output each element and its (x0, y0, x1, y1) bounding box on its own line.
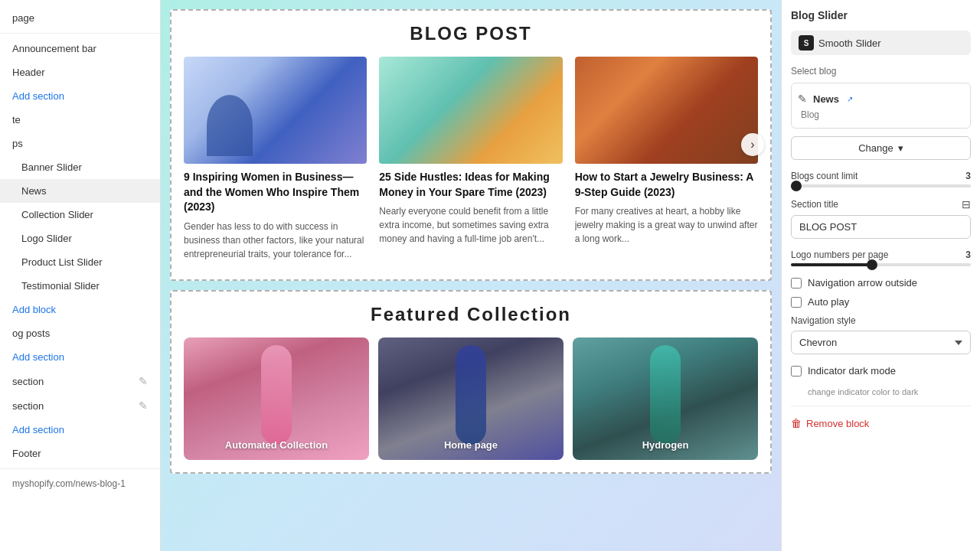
blog-name: News (813, 93, 839, 105)
snowboard-3 (650, 345, 681, 445)
sidebar-item-ps[interactable]: ps (0, 132, 160, 155)
sidebar-add-section-1[interactable]: Add section (0, 84, 160, 108)
blog-sub-label: Blog (798, 108, 964, 122)
section-title-row: Section title ⊟ (791, 198, 971, 210)
featured-collection-section: Featured Collection Automated Collection… (170, 290, 772, 474)
blogs-count-slider[interactable] (791, 184, 971, 187)
smooth-slider-label: Smooth Slider (818, 37, 881, 49)
collection-label-1: Automated Collection (225, 439, 328, 451)
logo-per-page-fill (791, 263, 872, 266)
edit-icon-1[interactable]: ✎ (139, 375, 148, 387)
left-sidebar: page Announcement bar Header Add section… (0, 0, 161, 551)
select-blog-label: Select blog (791, 66, 971, 77)
auto-play-row: Auto play (791, 296, 971, 308)
blog-card-content-2: 25 Side Hustles: Ideas for Making Money … (379, 164, 562, 252)
sidebar-item-testimonial-slider[interactable]: Testimonial Slider (0, 274, 160, 298)
blog-card-title-1: 9 Inspiring Women in Business—and the Wo… (184, 170, 367, 215)
blog-card-3[interactable]: How to Start a Jewelry Business: A 9-Ste… (575, 57, 758, 267)
collection-card-1[interactable]: Automated Collection (184, 337, 369, 460)
blog-card-title-3: How to Start a Jewelry Business: A 9-Ste… (575, 170, 758, 200)
indicator-sub-text: change indicator color to dark (791, 387, 971, 396)
collection-card-3[interactable]: Hydrogen (573, 337, 758, 460)
sidebar-item-banner-slider[interactable]: Banner Slider (0, 155, 160, 179)
panel-title: Blog Slider (791, 9, 971, 21)
collection-grid: Automated Collection Home page Hydrogen (184, 337, 758, 460)
indicator-row: Indicator dark mode change indicator col… (791, 365, 971, 396)
blog-card-image-1 (184, 57, 367, 164)
sidebar-item-logo-slider[interactable]: Logo Slider (0, 227, 160, 250)
snowboard-2 (456, 345, 486, 445)
sidebar-add-section-2[interactable]: Add section (0, 345, 160, 369)
sidebar-item-news[interactable]: News (0, 179, 160, 203)
blog-card-excerpt-3: For many creatives at heart, a hobby lik… (575, 204, 758, 246)
sidebar-item-footer[interactable]: Footer (0, 442, 160, 465)
blog-grid: 9 Inspiring Women in Business—and the Wo… (184, 57, 758, 267)
nav-arrow-checkbox[interactable] (791, 278, 802, 289)
blog-card-2[interactable]: 25 Side Hustles: Ideas for Making Money … (379, 57, 562, 267)
blog-card-1[interactable]: 9 Inspiring Women in Business—and the Wo… (184, 57, 367, 267)
blog-section-title: BLOG POST (184, 23, 758, 44)
blog-select-box: ✎ News ↗ Blog (791, 83, 971, 129)
blog-card-content-3: How to Start a Jewelry Business: A 9-Ste… (575, 164, 758, 252)
collection-label-2: Home page (444, 439, 498, 451)
blog-card-excerpt-1: Gender has less to do with success in bu… (184, 220, 367, 261)
sidebar-item-te[interactable]: te (0, 108, 160, 132)
collection-label-3: Hydrogen (642, 439, 689, 451)
nav-arrow-label[interactable]: Navigation arrow outside (808, 277, 917, 289)
sidebar-add-block[interactable]: Add block (0, 298, 160, 321)
featured-section-title: Featured Collection (184, 304, 758, 325)
change-button[interactable]: Change ▾ (791, 136, 971, 160)
blog-card-excerpt-2: Nearly everyone could benefit from a lit… (379, 204, 562, 246)
nav-style-select[interactable]: Chevron Arrow Dot (791, 331, 971, 354)
blogs-count-thumb[interactable] (791, 181, 802, 191)
sidebar-page-header: page (0, 6, 160, 30)
blog-card-image-3 (575, 57, 758, 164)
auto-play-checkbox[interactable] (791, 297, 802, 308)
chevron-down-icon: ▾ (898, 142, 903, 154)
blogs-count-row: Blogs count limit 3 (791, 171, 971, 181)
external-link-icon[interactable]: ↗ (847, 95, 853, 103)
blog-nav-arrow[interactable]: › (741, 133, 764, 156)
edit-icon-2[interactable]: ✎ (139, 399, 148, 412)
indicator-checkbox-row: Indicator dark mode (791, 365, 971, 377)
nav-style-label: Navigation style (791, 315, 971, 326)
remove-block-button[interactable]: 🗑 Remove block (791, 414, 971, 432)
blog-card-image-2 (379, 57, 562, 164)
blog-card-content-1: 9 Inspiring Women in Business—and the Wo… (184, 164, 367, 267)
nav-arrow-row: Navigation arrow outside (791, 277, 971, 289)
main-content: BLOG POST 9 Inspiring Women in Business—… (161, 0, 781, 551)
blog-card-title-2: 25 Side Hustles: Ideas for Making Money … (379, 170, 562, 200)
indicator-label[interactable]: Indicator dark mode (808, 365, 896, 377)
auto-play-label[interactable]: Auto play (808, 296, 849, 308)
sidebar-item-section-1[interactable]: section ✎ (0, 369, 160, 393)
collection-card-2[interactable]: Home page (378, 337, 564, 460)
logo-per-page-row: Logo numbers per page 3 (791, 249, 971, 260)
section-title-input[interactable] (791, 215, 971, 239)
snowboard-1 (261, 345, 292, 445)
logo-per-page-thumb[interactable] (867, 259, 877, 270)
sidebar-item-header[interactable]: Header (0, 60, 160, 84)
right-panel: Blog Slider S Smooth Slider Select blog … (781, 0, 980, 551)
sidebar-item-product-list-slider[interactable]: Product List Slider (0, 250, 160, 274)
sidebar-item-section-2[interactable]: section ✎ (0, 393, 160, 418)
blog-select-row: ✎ News ↗ (798, 90, 964, 108)
logo-per-page-slider[interactable] (791, 263, 971, 266)
format-icon[interactable]: ⊟ (962, 198, 971, 210)
sidebar-footer-url: myshopify.com/news-blog-1 (0, 472, 160, 495)
indicator-checkbox[interactable] (791, 366, 802, 377)
sidebar-item-blog-posts[interactable]: og posts (0, 321, 160, 345)
trash-icon: 🗑 (791, 417, 802, 429)
sidebar-item-collection-slider[interactable]: Collection Slider (0, 203, 160, 227)
smooth-slider-badge: S Smooth Slider (791, 31, 971, 55)
smooth-slider-icon: S (799, 35, 814, 51)
sidebar-add-section-3[interactable]: Add section (0, 418, 160, 442)
blog-post-section: BLOG POST 9 Inspiring Women in Business—… (170, 9, 772, 281)
blog-edit-icon: ✎ (798, 93, 807, 105)
sidebar-item-announcement-bar[interactable]: Announcement bar (0, 37, 160, 60)
